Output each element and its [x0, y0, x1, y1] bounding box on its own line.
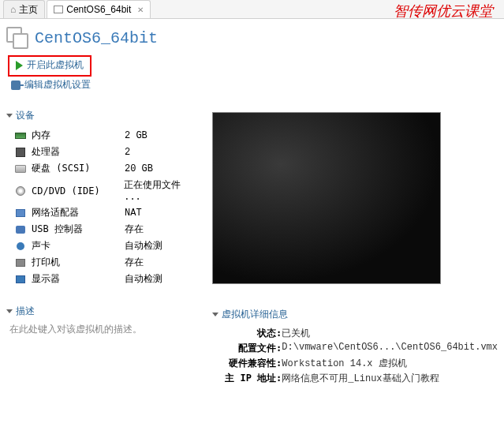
detail-value: Workstation 14.x 虚拟机	[282, 357, 498, 370]
print-icon	[14, 258, 27, 268]
play-icon	[16, 61, 23, 70]
display-icon	[14, 275, 27, 284]
device-row[interactable]: 网络适配器NAT	[14, 204, 203, 221]
details-header[interactable]: 虚拟机详细信息	[212, 308, 498, 321]
detail-label: 配置文件:	[223, 342, 282, 355]
device-name: CD/DVD (IDE)	[32, 185, 124, 197]
mem-icon	[14, 131, 27, 140]
device-name: 处理器	[32, 145, 125, 159]
device-value: 自动检测	[125, 239, 162, 253]
details-title: 虚拟机详细信息	[222, 308, 288, 321]
cd-icon	[14, 186, 27, 196]
device-name: 硬盘 (SCSI)	[32, 162, 125, 175]
vm-preview[interactable]	[212, 112, 441, 284]
detail-row: 状态: 已关机	[223, 326, 498, 341]
device-name: 打印机	[32, 256, 125, 269]
device-value: 存在	[125, 223, 144, 236]
device-row[interactable]: 硬盘 (SCSI)20 GB	[14, 160, 203, 177]
device-value: NAT	[125, 208, 142, 219]
device-name: 显示器	[32, 272, 125, 286]
detail-label: 硬件兼容性:	[223, 357, 282, 370]
device-value: 自动检测	[125, 272, 162, 286]
tab-label: CentOS6_64bit	[66, 4, 131, 15]
device-value: 20 GB	[125, 163, 153, 174]
detail-label: 状态:	[223, 327, 282, 340]
power-on-highlight: 开启此虚拟机	[8, 55, 91, 77]
description-title: 描述	[16, 305, 35, 318]
detail-row: 硬件兼容性: Workstation 14.x 虚拟机	[223, 356, 498, 371]
vm-actions: 开启此虚拟机 编辑虚拟机设置	[0, 52, 504, 96]
vm-group-icon	[6, 27, 28, 49]
device-row[interactable]: 声卡自动检测	[14, 238, 203, 254]
description-header[interactable]: 描述	[6, 305, 203, 318]
left-panel: 设备 内存2 GB处理器2硬盘 (SCSI)20 GBCD/DVD (IDE)正…	[6, 109, 203, 386]
caret-down-icon	[6, 114, 13, 118]
device-row[interactable]: 显示器自动检测	[14, 271, 203, 287]
home-icon: ⌂	[10, 4, 16, 15]
vm-title: CentOS6_64bit	[35, 29, 158, 47]
device-value: 2 GB	[125, 130, 147, 141]
device-name: 网络适配器	[32, 206, 125, 219]
device-value: 2	[125, 147, 130, 158]
detail-row: 主 IP 地址: 网络信息不可用_Linux基础入门教程	[223, 371, 498, 386]
device-row[interactable]: USB 控制器存在	[14, 221, 203, 238]
vm-tabs-icon	[54, 6, 63, 13]
device-row[interactable]: 打印机存在	[14, 254, 203, 271]
usb-icon	[14, 225, 27, 234]
device-row[interactable]: 处理器2	[14, 144, 203, 160]
vm-title-row: CentOS6_64bit	[0, 19, 504, 52]
cpu-icon	[14, 148, 27, 157]
edit-settings-button[interactable]: 编辑虚拟机设置	[8, 77, 496, 93]
caret-down-icon	[212, 313, 218, 316]
devices-title: 设备	[16, 109, 35, 122]
caret-down-icon	[6, 309, 13, 313]
net-icon	[14, 208, 27, 218]
device-list: 内存2 GB处理器2硬盘 (SCSI)20 GBCD/DVD (IDE)正在使用…	[6, 127, 203, 287]
detail-row: 配置文件: D:\vmware\CentOS6...\CentOS6_64bit…	[223, 341, 498, 356]
detail-value: D:\vmware\CentOS6...\CentOS6_64bit.vmx	[282, 342, 498, 355]
detail-value: 已关机	[282, 327, 498, 340]
devices-header[interactable]: 设备	[6, 109, 203, 122]
watermark-text: 智传网优云课堂	[394, 2, 493, 21]
wrench-icon	[11, 80, 21, 90]
detail-label: 主 IP 地址:	[223, 372, 282, 385]
device-value: 存在	[125, 256, 144, 269]
tab-home[interactable]: ⌂ 主页	[3, 0, 45, 18]
detail-list: 状态: 已关机配置文件: D:\vmware\CentOS6...\CentOS…	[212, 326, 498, 386]
device-name: 内存	[32, 129, 125, 142]
detail-value: 网络信息不可用_Linux基础入门教程	[282, 372, 498, 385]
disk-icon	[14, 164, 27, 174]
power-on-label: 开启此虚拟机	[27, 58, 84, 72]
device-value: 正在使用文件 ...	[124, 178, 203, 203]
tab-vm[interactable]: CentOS6_64bit ✕	[47, 0, 151, 18]
description-placeholder[interactable]: 在此处键入对该虚拟机的描述。	[6, 323, 203, 336]
device-row[interactable]: 内存2 GB	[14, 127, 203, 144]
right-panel: 虚拟机详细信息 状态: 已关机配置文件: D:\vmware\CentOS6..…	[212, 109, 498, 386]
power-on-button[interactable]: 开启此虚拟机	[13, 57, 87, 73]
device-row[interactable]: CD/DVD (IDE)正在使用文件 ...	[14, 177, 203, 204]
device-name: USB 控制器	[32, 223, 125, 236]
tab-label: 主页	[19, 3, 38, 17]
sound-icon	[14, 241, 27, 251]
close-icon[interactable]: ✕	[137, 6, 144, 14]
edit-settings-label: 编辑虚拟机设置	[24, 78, 91, 92]
device-name: 声卡	[32, 239, 125, 253]
